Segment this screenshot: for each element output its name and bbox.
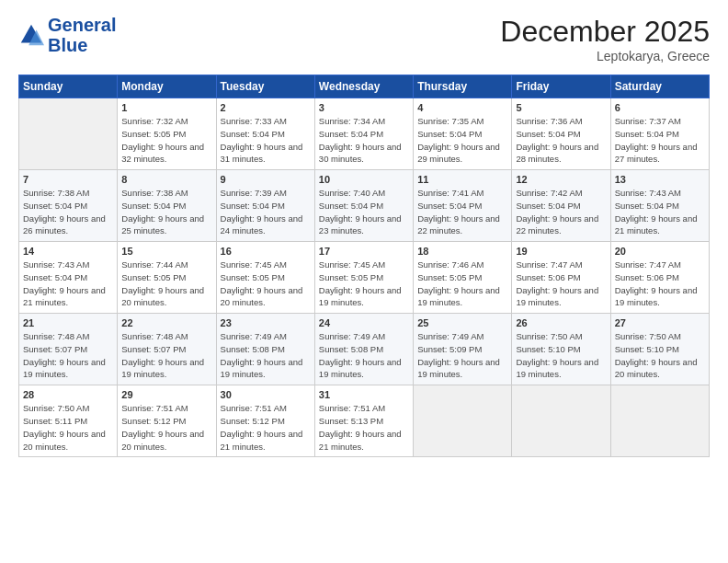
week-row-3: 21Sunrise: 7:48 AMSunset: 5:07 PMDayligh… — [19, 314, 710, 385]
calendar-cell: 5Sunrise: 7:36 AMSunset: 5:04 PMDaylight… — [512, 98, 610, 170]
calendar-cell: 23Sunrise: 7:49 AMSunset: 5:08 PMDayligh… — [216, 314, 314, 385]
calendar-cell: 14Sunrise: 7:43 AMSunset: 5:04 PMDayligh… — [19, 242, 118, 314]
calendar-table: SundayMondayTuesdayWednesdayThursdayFrid… — [18, 75, 710, 457]
calendar-cell: 10Sunrise: 7:40 AMSunset: 5:04 PMDayligh… — [314, 170, 413, 242]
day-number: 17 — [319, 246, 409, 257]
location-subtitle: Leptokarya, Greece — [500, 49, 710, 63]
month-title: December 2025 — [500, 15, 710, 49]
day-number: 12 — [516, 174, 606, 185]
day-number: 25 — [417, 317, 507, 328]
day-number: 11 — [417, 174, 507, 185]
day-number: 1 — [121, 102, 211, 113]
day-number: 21 — [23, 317, 113, 328]
calendar-cell: 18Sunrise: 7:46 AMSunset: 5:05 PMDayligh… — [414, 242, 512, 314]
day-number: 31 — [319, 389, 409, 400]
col-header-monday: Monday — [118, 75, 216, 98]
day-info: Sunrise: 7:41 AMSunset: 5:04 PMDaylight:… — [417, 187, 507, 237]
day-info: Sunrise: 7:49 AMSunset: 5:08 PMDaylight:… — [319, 330, 409, 381]
calendar-cell: 19Sunrise: 7:47 AMSunset: 5:06 PMDayligh… — [512, 242, 610, 314]
day-number: 3 — [319, 102, 409, 113]
col-header-sunday: Sunday — [19, 75, 118, 98]
day-info: Sunrise: 7:43 AMSunset: 5:04 PMDaylight:… — [615, 187, 705, 237]
calendar-cell: 17Sunrise: 7:45 AMSunset: 5:05 PMDayligh… — [314, 242, 413, 314]
week-row-2: 14Sunrise: 7:43 AMSunset: 5:04 PMDayligh… — [19, 242, 710, 314]
day-info: Sunrise: 7:39 AMSunset: 5:04 PMDaylight:… — [221, 187, 311, 237]
day-info: Sunrise: 7:46 AMSunset: 5:05 PMDaylight:… — [417, 259, 507, 309]
day-number: 27 — [615, 317, 705, 328]
calendar-cell: 7Sunrise: 7:38 AMSunset: 5:04 PMDaylight… — [19, 170, 118, 242]
day-info: Sunrise: 7:38 AMSunset: 5:04 PMDaylight:… — [23, 187, 113, 237]
day-number: 14 — [23, 246, 113, 257]
calendar-cell: 8Sunrise: 7:38 AMSunset: 5:04 PMDaylight… — [118, 170, 216, 242]
day-info: Sunrise: 7:45 AMSunset: 5:05 PMDaylight:… — [221, 259, 311, 309]
calendar-cell: 24Sunrise: 7:49 AMSunset: 5:08 PMDayligh… — [314, 314, 413, 385]
col-header-friday: Friday — [512, 75, 610, 98]
day-number: 22 — [121, 317, 211, 328]
calendar-cell: 15Sunrise: 7:44 AMSunset: 5:05 PMDayligh… — [118, 242, 216, 314]
day-info: Sunrise: 7:51 AMSunset: 5:13 PMDaylight:… — [319, 402, 409, 453]
day-info: Sunrise: 7:51 AMSunset: 5:12 PMDaylight:… — [121, 402, 211, 453]
day-number: 10 — [319, 174, 409, 185]
day-number: 13 — [615, 174, 705, 185]
calendar-cell: 29Sunrise: 7:51 AMSunset: 5:12 PMDayligh… — [118, 385, 216, 457]
calendar-cell: 3Sunrise: 7:34 AMSunset: 5:04 PMDaylight… — [314, 98, 413, 170]
day-info: Sunrise: 7:32 AMSunset: 5:05 PMDaylight:… — [121, 115, 211, 166]
logo-text: General Blue — [48, 15, 116, 55]
week-row-0: 1Sunrise: 7:32 AMSunset: 5:05 PMDaylight… — [19, 98, 710, 170]
day-number: 7 — [23, 174, 113, 185]
day-info: Sunrise: 7:47 AMSunset: 5:06 PMDaylight:… — [516, 259, 606, 309]
day-info: Sunrise: 7:49 AMSunset: 5:09 PMDaylight:… — [417, 330, 507, 381]
calendar-cell: 16Sunrise: 7:45 AMSunset: 5:05 PMDayligh… — [216, 242, 314, 314]
calendar-cell — [19, 98, 118, 170]
day-info: Sunrise: 7:34 AMSunset: 5:04 PMDaylight:… — [319, 115, 409, 166]
calendar-cell: 2Sunrise: 7:33 AMSunset: 5:04 PMDaylight… — [216, 98, 314, 170]
day-number: 24 — [319, 317, 409, 328]
calendar-cell: 25Sunrise: 7:49 AMSunset: 5:09 PMDayligh… — [414, 314, 512, 385]
day-info: Sunrise: 7:36 AMSunset: 5:04 PMDaylight:… — [516, 115, 606, 166]
day-number: 28 — [23, 389, 113, 400]
day-number: 16 — [221, 246, 311, 257]
week-row-4: 28Sunrise: 7:50 AMSunset: 5:11 PMDayligh… — [19, 385, 710, 457]
day-number: 23 — [221, 317, 311, 328]
day-number: 19 — [516, 246, 606, 257]
col-header-tuesday: Tuesday — [216, 75, 314, 98]
title-area: December 2025 Leptokarya, Greece — [500, 15, 710, 63]
day-info: Sunrise: 7:48 AMSunset: 5:07 PMDaylight:… — [121, 330, 211, 381]
calendar-cell: 30Sunrise: 7:51 AMSunset: 5:12 PMDayligh… — [216, 385, 314, 457]
logo-icon — [18, 22, 44, 48]
day-number: 6 — [615, 102, 705, 113]
col-header-wednesday: Wednesday — [314, 75, 413, 98]
day-number: 29 — [121, 389, 211, 400]
week-row-1: 7Sunrise: 7:38 AMSunset: 5:04 PMDaylight… — [19, 170, 710, 242]
col-header-saturday: Saturday — [610, 75, 709, 98]
calendar-cell: 1Sunrise: 7:32 AMSunset: 5:05 PMDaylight… — [118, 98, 216, 170]
day-number: 9 — [221, 174, 311, 185]
calendar-cell — [414, 385, 512, 457]
calendar-cell: 28Sunrise: 7:50 AMSunset: 5:11 PMDayligh… — [19, 385, 118, 457]
calendar-cell — [512, 385, 610, 457]
day-info: Sunrise: 7:37 AMSunset: 5:04 PMDaylight:… — [615, 115, 705, 166]
calendar-cell: 22Sunrise: 7:48 AMSunset: 5:07 PMDayligh… — [118, 314, 216, 385]
calendar-cell: 9Sunrise: 7:39 AMSunset: 5:04 PMDaylight… — [216, 170, 314, 242]
day-number: 5 — [516, 102, 606, 113]
calendar-cell — [610, 385, 709, 457]
day-info: Sunrise: 7:40 AMSunset: 5:04 PMDaylight:… — [319, 187, 409, 237]
day-info: Sunrise: 7:43 AMSunset: 5:04 PMDaylight:… — [23, 259, 113, 309]
day-number: 8 — [121, 174, 211, 185]
day-number: 26 — [516, 317, 606, 328]
day-info: Sunrise: 7:35 AMSunset: 5:04 PMDaylight:… — [417, 115, 507, 166]
day-number: 30 — [221, 389, 311, 400]
day-info: Sunrise: 7:33 AMSunset: 5:04 PMDaylight:… — [221, 115, 311, 166]
day-info: Sunrise: 7:44 AMSunset: 5:05 PMDaylight:… — [121, 259, 211, 309]
day-info: Sunrise: 7:48 AMSunset: 5:07 PMDaylight:… — [23, 330, 113, 381]
logo: General Blue — [18, 15, 116, 55]
col-header-thursday: Thursday — [414, 75, 512, 98]
calendar-cell: 31Sunrise: 7:51 AMSunset: 5:13 PMDayligh… — [314, 385, 413, 457]
day-number: 18 — [417, 246, 507, 257]
day-number: 15 — [121, 246, 211, 257]
day-number: 2 — [221, 102, 311, 113]
calendar-cell: 21Sunrise: 7:48 AMSunset: 5:07 PMDayligh… — [19, 314, 118, 385]
day-info: Sunrise: 7:50 AMSunset: 5:11 PMDaylight:… — [23, 402, 113, 453]
day-info: Sunrise: 7:47 AMSunset: 5:06 PMDaylight:… — [615, 259, 705, 309]
day-info: Sunrise: 7:50 AMSunset: 5:10 PMDaylight:… — [516, 330, 606, 381]
